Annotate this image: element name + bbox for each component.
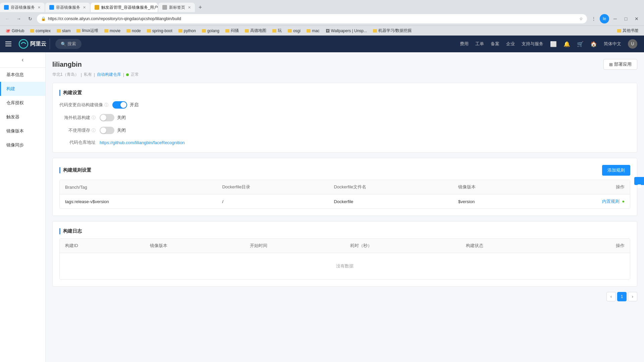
tab-1-close[interactable]: ✕ [38,5,41,10]
nav-icon-screen[interactable]: ⬜ [550,41,557,47]
tab-2[interactable]: 容器镜像服务 ✕ [45,3,90,12]
tab-2-favicon [49,5,54,10]
overseas-info-icon[interactable]: ⓘ [92,115,96,121]
bookmark-mac[interactable]: mac [304,28,322,34]
build-rules-table-container: Branch/Tag Dockerfile目录 Dockerfile文件名 镜像… [59,180,630,209]
bookmark-ml[interactable]: 机器学习/数据挖掘 [370,27,414,34]
sidebar-back-button[interactable]: ‹ [0,52,45,68]
breadcrumb: 华北1（青岛） | 私有 | 自动构建仓库 | 正常 [52,72,637,77]
sidebar-item-build[interactable]: 构建 [0,82,45,96]
bookmark-complex[interactable]: complex [28,28,53,34]
folder-icon [245,29,249,33]
side-float-button[interactable]: 联系我们 [634,177,644,185]
search-box[interactable]: 🔍 搜索 [55,39,82,49]
github-icon: 🐙 [5,28,10,33]
built-in-rule-link[interactable]: 内置规则 [602,199,620,204]
app-container: 阿里云 🔍 搜索 费用 工单 备案 企业 支持与服务 ⬜ 🔔 🛒 🏠 简体中文 … [0,36,644,362]
address-bar[interactable]: 🔒 https://cr.console.aliyun.com/reposito… [37,14,587,23]
log-col-status: 构建状态 [461,239,561,253]
repo-url-link[interactable]: https://github.com/liliangbin/faceRecogn… [100,140,185,145]
sidebar-item-basic-info[interactable]: 基本信息 [0,68,45,82]
back-button[interactable]: ← [3,14,12,23]
sidebar-item-image-sync[interactable]: 镜像同步 [0,138,45,152]
no-cache-status-text: 关闭 [117,127,126,133]
bookmark-osgi[interactable]: osgi [285,28,303,34]
log-col-action: 操作 [561,239,630,253]
tab-2-title: 容器镜像服务 [56,5,80,10]
bookmark-star-icon: ☆ [579,16,583,21]
bookmark-springboot[interactable]: spring-boot [144,28,175,34]
bookmark-slam[interactable]: slam [54,28,73,34]
build-settings-section: 构建设置 代码变更自动构建镜像 ⓘ 开启 [52,83,637,153]
tab-3[interactable]: 触发器管理_容器镜像服务_用户... ✕ [91,3,158,12]
nav-language[interactable]: 简体中文 [604,41,621,47]
minimize-icon[interactable]: ─ [610,14,620,23]
nav-icon-cart[interactable]: 🛒 [577,41,584,47]
nav-item-support[interactable]: 支持与服务 [522,41,543,47]
close-window-icon[interactable]: ✕ [632,14,641,23]
nav-item-icp[interactable]: 备案 [491,41,499,47]
bookmark-osgi-label: osgi [293,28,301,33]
sidebar: ‹ 基本信息 构建 仓库授权 触发器 镜像版本 镜像同步 [0,52,46,362]
forward-button[interactable]: → [14,14,23,23]
sidebar-item-image-version[interactable]: 镜像版本 [0,124,45,138]
tab-2-close[interactable]: ✕ [83,5,86,10]
no-cache-toggle-wrap: 关闭 [100,127,126,134]
refresh-button[interactable]: ↻ [25,14,35,23]
table-row: tags:release-v$version / Dockerfile $ver… [60,194,630,209]
overseas-toggle[interactable] [100,114,114,121]
bookmark-golang[interactable]: golang [199,28,222,34]
aliyun-logo-icon [18,39,29,49]
bookmark-gaode[interactable]: 高德地图 [242,27,269,34]
auto-build-label: 代码变更自动构建镜像 ⓘ [59,102,112,108]
auto-build-toggle[interactable] [112,101,127,109]
bookmark-python[interactable]: python [176,28,199,34]
pagination-page-1-button[interactable]: 1 [617,292,627,301]
col-branch-tag: Branch/Tag [60,180,217,194]
bookmark-linux[interactable]: linux运维 [74,27,101,34]
new-tab-button[interactable]: + [196,3,205,12]
log-col-version: 镜像版本 [145,239,245,253]
hamburger-menu[interactable] [0,36,17,52]
bookmark-github-label: GitHub [12,28,24,33]
deploy-app-button[interactable]: ⊞ 部署应用 [603,59,637,70]
extensions-icon[interactable]: ⋮ [589,14,598,23]
no-cache-toggle[interactable] [100,127,114,134]
sidebar-item-auth[interactable]: 仓库授权 [0,96,45,110]
nav-item-cost[interactable]: 费用 [460,41,469,47]
auto-build-info-icon[interactable]: ⓘ [104,102,108,108]
maximize-icon[interactable]: □ [621,14,631,23]
tab-4-close[interactable]: ✕ [188,5,191,10]
sidebar-item-trigger[interactable]: 触发器 [0,110,45,124]
status-dot [126,73,129,76]
add-rule-button[interactable]: 添加规则 [602,165,630,176]
user-avatar[interactable]: U [628,39,637,49]
bookmark-node[interactable]: node [124,28,144,34]
tab-1-favicon [4,5,9,10]
tab-1-title: 容器镜像服务 [11,5,35,10]
sidebar-item-auth-label: 仓库授权 [6,100,24,106]
col-image-version: 镜像版本 [453,180,534,194]
pagination-next-button[interactable]: › [628,292,637,301]
breadcrumb-repo[interactable]: 自动构建仓库 [97,72,121,77]
bookmark-wan[interactable]: 玩 [270,27,284,34]
bookmark-other[interactable]: 其他书签 [614,27,641,34]
nav-icon-home[interactable]: 🏠 [590,41,597,47]
pagination-prev-button[interactable]: ‹ [606,292,616,301]
bookmark-mensao[interactable]: 闷骚 [223,27,241,34]
auto-build-status-text: 开启 [130,102,139,108]
no-cache-info-icon[interactable]: ⓘ [92,128,96,133]
no-cache-label: 不使用缓存 ⓘ [59,127,100,133]
nav-item-ticket[interactable]: 工单 [475,41,484,47]
tab-1[interactable]: 容器镜像服务 ✕ [0,3,45,12]
nav-icon-bell[interactable]: 🔔 [564,41,570,47]
bookmark-movie[interactable]: movie [102,28,123,34]
bookmark-wallpapers[interactable]: 🖼 Wallpapers | Unsp... [323,28,370,34]
bookmark-github[interactable]: 🐙 GitHub [3,28,27,34]
empty-state-text: 没有数据 [60,253,630,280]
back-arrow-icon: ‹ [22,56,24,63]
address-text: https://cr.console.aliyun.com/repository… [48,16,181,21]
tab-4[interactable]: 新标签页 ✕ [158,3,195,12]
nav-item-enterprise[interactable]: 企业 [506,41,515,47]
user-avatar-icon[interactable]: Ie [600,14,609,23]
